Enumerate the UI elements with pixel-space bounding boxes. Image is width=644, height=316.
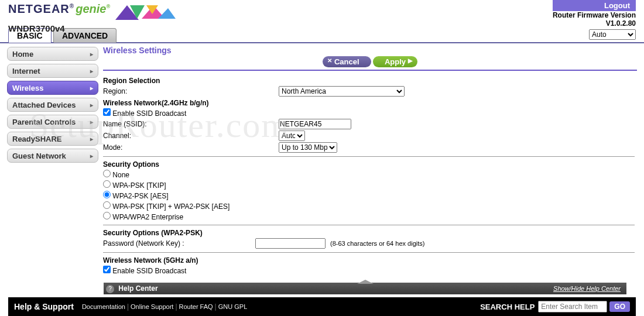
- password-input[interactable]: [255, 238, 326, 249]
- footer-link-router-faq[interactable]: Router FAQ: [179, 303, 213, 310]
- sec-opt-wpa2-aes[interactable]: WPA2-PSK [AES]: [103, 191, 635, 200]
- footer-link-online-support[interactable]: Online Support: [131, 303, 173, 310]
- wl24-header: Wireless Network(2.4GHz b/g/n): [103, 99, 635, 107]
- wl5-header: Wireless Network (5GHz a/n): [103, 256, 635, 265]
- ssid-label: Name (SSID):: [103, 120, 279, 128]
- question-icon: ?: [106, 285, 114, 293]
- content-area: Wireless Settings ✕Cancel Apply▶ Region …: [101, 43, 644, 277]
- sec-opt-enterprise[interactable]: WPA/WPA2 Enterprise: [103, 212, 635, 221]
- password-label: Password (Network Key) :: [103, 239, 255, 248]
- enable-ssid-5-checkbox[interactable]: [103, 266, 111, 273]
- model-label: WNDR3700v4: [8, 23, 636, 33]
- svg-marker-4: [158, 8, 176, 19]
- button-row: ✕Cancel Apply▶: [103, 56, 637, 71]
- help-support-label: Help & Support: [14, 302, 74, 311]
- sidebar-item-parental-controls[interactable]: Parental Controls: [7, 115, 98, 129]
- triangle-logo: [112, 2, 177, 23]
- enable-ssid-24-checkbox[interactable]: [103, 108, 111, 116]
- psk-header: Security Options (WPA2-PSK): [103, 229, 635, 237]
- chevron-up-icon: [357, 280, 374, 284]
- sec-opt-wpa-mixed[interactable]: WPA-PSK [TKIP] + WPA2-PSK [AES]: [103, 201, 635, 211]
- header: NETGEAR® genie WNDR3700v4 Logout Router …: [0, 0, 644, 28]
- go-button[interactable]: GO: [609, 301, 630, 312]
- page-title: Wireless Settings: [103, 46, 637, 55]
- netgear-logo: NETGEAR®: [8, 2, 74, 16]
- sidebar-item-guest-network[interactable]: Guest Network: [7, 149, 98, 163]
- footer-link-gnu-gpl[interactable]: GNU GPL: [218, 303, 248, 310]
- security-header: Security Options: [103, 160, 635, 169]
- cancel-button[interactable]: ✕Cancel: [323, 56, 371, 67]
- region-select[interactable]: North America: [279, 86, 405, 97]
- sec-opt-wpa-tkip[interactable]: WPA-PSK [TKIP]: [103, 180, 635, 190]
- firmware-version: V1.0.2.80: [553, 19, 636, 28]
- search-help-label: SEARCH HELP: [480, 303, 535, 311]
- sidebar-item-home[interactable]: Home: [7, 47, 98, 61]
- channel-label: Channel:: [103, 132, 279, 140]
- search-help-input[interactable]: [538, 301, 607, 312]
- help-center-label: Help Center: [118, 284, 157, 293]
- sidebar-item-wireless[interactable]: Wireless: [7, 81, 98, 95]
- mode-select[interactable]: Up to 130 Mbps: [279, 142, 337, 153]
- settings-scroll-pane[interactable]: Region Selection Region: North America W…: [103, 74, 637, 277]
- apply-button[interactable]: Apply▶: [373, 56, 417, 67]
- channel-select[interactable]: Auto: [279, 130, 305, 141]
- logout-button[interactable]: Logout: [553, 0, 636, 11]
- security-radio-group: None WPA-PSK [TKIP] WPA2-PSK [AES] WPA-P…: [103, 170, 635, 221]
- password-hint: (8-63 characters or 64 hex digits): [330, 240, 424, 247]
- sec-opt-none[interactable]: None: [103, 170, 635, 179]
- chevron-right-icon: ▶: [408, 57, 413, 64]
- firmware-label: Router Firmware Version: [553, 11, 636, 19]
- footer-link-documentation[interactable]: Documentation: [82, 303, 125, 310]
- mode-label: Mode:: [103, 143, 279, 152]
- close-icon: ✕: [327, 57, 332, 64]
- enable-ssid-24-row[interactable]: Enable SSID Broadcast: [103, 108, 635, 118]
- sidebar-item-readyshare[interactable]: ReadySHARE: [7, 132, 98, 146]
- help-center-bar[interactable]: ? Help Center Show/Hide Help Center: [104, 283, 626, 294]
- showhide-help-link[interactable]: Show/Hide Help Center: [553, 283, 621, 294]
- enable-ssid-5-row[interactable]: Enable SSID Broadcast: [103, 266, 635, 275]
- ssid-input[interactable]: [279, 119, 351, 129]
- sidebar: Home Internet Wireless Attached Devices …: [0, 43, 101, 277]
- region-header: Region Selection: [103, 77, 635, 85]
- sidebar-item-internet[interactable]: Internet: [7, 64, 98, 78]
- genie-logo: genie: [76, 2, 110, 16]
- region-label: Region:: [103, 87, 279, 95]
- enable-ssid-24-label: Enable SSID Broadcast: [112, 109, 186, 118]
- sidebar-item-attached-devices[interactable]: Attached Devices: [7, 98, 98, 112]
- enable-ssid-5-label: Enable SSID Broadcast: [112, 267, 186, 275]
- footer: Help & Support Documentation| Online Sup…: [8, 297, 636, 316]
